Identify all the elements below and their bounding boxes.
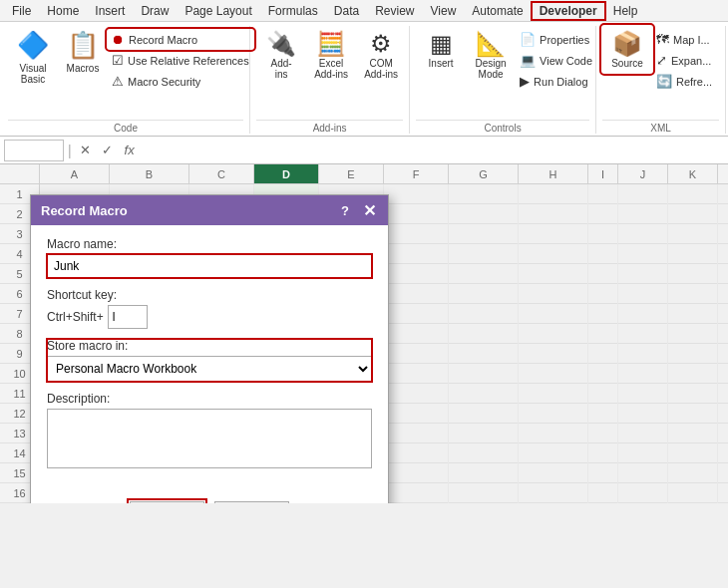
grid-cell[interactable] xyxy=(519,204,588,224)
grid-cell[interactable] xyxy=(618,184,668,204)
grid-cell[interactable] xyxy=(618,244,668,264)
col-header-a[interactable]: A xyxy=(40,164,110,183)
menu-insert[interactable]: Insert xyxy=(87,2,133,20)
properties-button[interactable]: 📄 Properties xyxy=(516,30,596,49)
grid-cell[interactable] xyxy=(668,284,718,304)
source-button[interactable]: 📦 Source xyxy=(602,26,652,73)
grid-cell[interactable] xyxy=(668,463,718,483)
confirm-formula-button[interactable]: ✓ xyxy=(98,141,118,160)
grid-cell[interactable] xyxy=(449,364,519,384)
map-package-button[interactable]: 🗺 Map I... xyxy=(652,30,716,49)
menu-draw[interactable]: Draw xyxy=(133,2,177,20)
col-header-g[interactable]: G xyxy=(449,164,519,183)
grid-cell[interactable] xyxy=(588,184,618,204)
grid-cell[interactable] xyxy=(618,463,668,483)
grid-cell[interactable] xyxy=(588,204,618,224)
grid-cell[interactable] xyxy=(449,284,519,304)
grid-cell[interactable] xyxy=(384,404,449,424)
grid-cell[interactable] xyxy=(588,264,618,284)
grid-cell[interactable] xyxy=(519,224,588,244)
use-relative-references-button[interactable]: ☑ Use Relative References xyxy=(108,51,253,70)
excel-addins-button[interactable]: 🧮 Excel Add-ins xyxy=(306,26,356,84)
grid-cell[interactable] xyxy=(588,224,618,244)
col-header-b[interactable]: B xyxy=(110,164,189,183)
grid-cell[interactable] xyxy=(588,424,618,443)
ok-button[interactable]: OK xyxy=(130,501,204,503)
grid-cell[interactable] xyxy=(668,304,718,324)
grid-cell[interactable] xyxy=(519,284,588,304)
grid-cell[interactable] xyxy=(618,483,668,503)
grid-cell[interactable] xyxy=(384,224,449,244)
grid-cell[interactable] xyxy=(384,264,449,284)
grid-cell[interactable] xyxy=(519,184,588,204)
grid-cell[interactable] xyxy=(618,404,668,424)
design-mode-button[interactable]: 📐 Design Mode xyxy=(466,26,516,84)
grid-cell[interactable] xyxy=(618,264,668,284)
grid-cell[interactable] xyxy=(449,443,519,463)
grid-cell[interactable] xyxy=(384,483,449,503)
grid-cell[interactable] xyxy=(668,404,718,424)
col-header-d[interactable]: D xyxy=(254,164,319,183)
grid-cell[interactable] xyxy=(519,244,588,264)
formula-input[interactable] xyxy=(144,144,724,157)
menu-data[interactable]: Data xyxy=(326,2,367,20)
grid-cell[interactable] xyxy=(588,404,618,424)
grid-cell[interactable] xyxy=(449,224,519,244)
dialog-help-button[interactable]: ? xyxy=(336,201,354,219)
grid-cell[interactable] xyxy=(519,463,588,483)
grid-cell[interactable] xyxy=(449,483,519,503)
grid-cell[interactable] xyxy=(668,244,718,264)
grid-cell[interactable] xyxy=(449,384,519,404)
grid-cell[interactable] xyxy=(449,204,519,224)
grid-cell[interactable] xyxy=(384,184,449,204)
grid-cell[interactable] xyxy=(384,204,449,224)
macro-security-button[interactable]: ⚠ Macro Security xyxy=(108,72,253,91)
grid-cell[interactable] xyxy=(449,264,519,284)
grid-cell[interactable] xyxy=(668,443,718,463)
grid-cell[interactable] xyxy=(384,443,449,463)
fx-button[interactable]: fx xyxy=(120,141,140,160)
view-code-button[interactable]: 💻 View Code xyxy=(516,51,596,70)
grid-cell[interactable] xyxy=(668,264,718,284)
grid-cell[interactable] xyxy=(668,384,718,404)
grid-cell[interactable] xyxy=(668,344,718,364)
grid-cell[interactable] xyxy=(519,443,588,463)
grid-cell[interactable] xyxy=(588,284,618,304)
grid-cell[interactable] xyxy=(668,204,718,224)
grid-cell[interactable] xyxy=(588,344,618,364)
store-macro-select[interactable]: Personal Macro Workbook This Workbook Ne… xyxy=(47,356,372,382)
grid-cell[interactable] xyxy=(384,244,449,264)
record-macro-button[interactable]: ⏺ Record Macro xyxy=(108,30,253,49)
grid-cell[interactable] xyxy=(519,483,588,503)
visual-basic-button[interactable]: 🔷 Visual Basic xyxy=(8,26,58,89)
grid-cell[interactable] xyxy=(668,483,718,503)
grid-cell[interactable] xyxy=(588,304,618,324)
grid-cell[interactable] xyxy=(384,424,449,443)
grid-cell[interactable] xyxy=(618,204,668,224)
grid-cell[interactable] xyxy=(668,324,718,344)
grid-cell[interactable] xyxy=(449,404,519,424)
grid-cell[interactable] xyxy=(588,244,618,264)
grid-cell[interactable] xyxy=(618,224,668,244)
grid-cell[interactable] xyxy=(588,443,618,463)
grid-cell[interactable] xyxy=(519,364,588,384)
grid-cell[interactable] xyxy=(384,304,449,324)
grid-cell[interactable] xyxy=(618,344,668,364)
grid-cell[interactable] xyxy=(384,463,449,483)
col-header-c[interactable]: C xyxy=(189,164,254,183)
grid-cell[interactable] xyxy=(449,324,519,344)
insert-control-button[interactable]: ▦ Insert xyxy=(416,26,466,73)
grid-cell[interactable] xyxy=(449,463,519,483)
col-header-i[interactable]: I xyxy=(588,164,618,183)
grid-cell[interactable] xyxy=(384,364,449,384)
grid-cell[interactable] xyxy=(588,384,618,404)
menu-formulas[interactable]: Formulas xyxy=(260,2,326,20)
grid-cell[interactable] xyxy=(618,384,668,404)
grid-cell[interactable] xyxy=(618,424,668,443)
grid-cell[interactable] xyxy=(384,344,449,364)
grid-cell[interactable] xyxy=(668,224,718,244)
grid-cell[interactable] xyxy=(384,384,449,404)
menu-help[interactable]: Help xyxy=(605,2,646,20)
addins-button[interactable]: 🔌 Add- ins xyxy=(256,26,306,84)
col-header-e[interactable]: E xyxy=(319,164,384,183)
